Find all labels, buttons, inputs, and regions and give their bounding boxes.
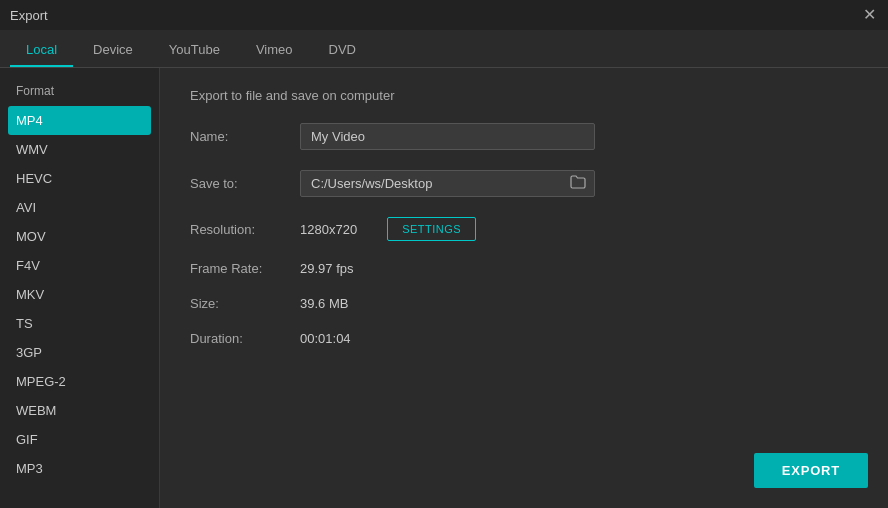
tab-youtube[interactable]: YouTube [153, 34, 236, 67]
settings-button[interactable]: SETTINGS [387, 217, 476, 241]
frame-rate-value: 29.97 fps [300, 261, 354, 276]
duration-label: Duration: [190, 331, 300, 346]
frame-rate-row: Frame Rate: 29.97 fps [190, 261, 858, 276]
format-item-avi[interactable]: AVI [0, 193, 159, 222]
resolution-row: Resolution: 1280x720 SETTINGS [190, 217, 858, 241]
format-item-mkv[interactable]: MKV [0, 280, 159, 309]
resolution-value: 1280x720 [300, 222, 357, 237]
format-item-wmv[interactable]: WMV [0, 135, 159, 164]
save-to-row: Save to: [190, 170, 858, 197]
name-row: Name: [190, 123, 858, 150]
section-title: Export to file and save on computer [190, 88, 858, 103]
title-bar: Export ✕ [0, 0, 888, 30]
save-to-label: Save to: [190, 176, 300, 191]
format-item-f4v[interactable]: F4V [0, 251, 159, 280]
format-label: Format [0, 78, 159, 106]
save-to-input[interactable] [301, 171, 562, 196]
save-to-container [300, 170, 595, 197]
tab-local[interactable]: Local [10, 34, 73, 67]
duration-value: 00:01:04 [300, 331, 351, 346]
resolution-label: Resolution: [190, 222, 300, 237]
content-area: Format MP4 WMV HEVC AVI MOV F4V MKV TS 3… [0, 68, 888, 508]
main-panel: Export to file and save on computer Name… [160, 68, 888, 508]
name-input[interactable] [300, 123, 595, 150]
tab-device[interactable]: Device [77, 34, 149, 67]
folder-icon [570, 175, 586, 189]
format-item-3gp[interactable]: 3GP [0, 338, 159, 367]
format-item-mov[interactable]: MOV [0, 222, 159, 251]
tab-vimeo[interactable]: Vimeo [240, 34, 309, 67]
tabs-bar: Local Device YouTube Vimeo DVD [0, 30, 888, 68]
close-button[interactable]: ✕ [861, 7, 878, 23]
duration-row: Duration: 00:01:04 [190, 331, 858, 346]
frame-rate-label: Frame Rate: [190, 261, 300, 276]
size-row: Size: 39.6 MB [190, 296, 858, 311]
export-button[interactable]: EXPORT [754, 453, 868, 488]
name-label: Name: [190, 129, 300, 144]
format-item-ts[interactable]: TS [0, 309, 159, 338]
dialog-title: Export [10, 8, 48, 23]
size-label: Size: [190, 296, 300, 311]
tab-dvd[interactable]: DVD [313, 34, 372, 67]
format-sidebar: Format MP4 WMV HEVC AVI MOV F4V MKV TS 3… [0, 68, 160, 508]
size-value: 39.6 MB [300, 296, 348, 311]
format-item-mpeg2[interactable]: MPEG-2 [0, 367, 159, 396]
format-item-mp3[interactable]: MP3 [0, 454, 159, 483]
format-item-gif[interactable]: GIF [0, 425, 159, 454]
browse-folder-button[interactable] [562, 171, 594, 196]
format-item-mp4[interactable]: MP4 [8, 106, 151, 135]
format-item-hevc[interactable]: HEVC [0, 164, 159, 193]
format-item-webm[interactable]: WEBM [0, 396, 159, 425]
